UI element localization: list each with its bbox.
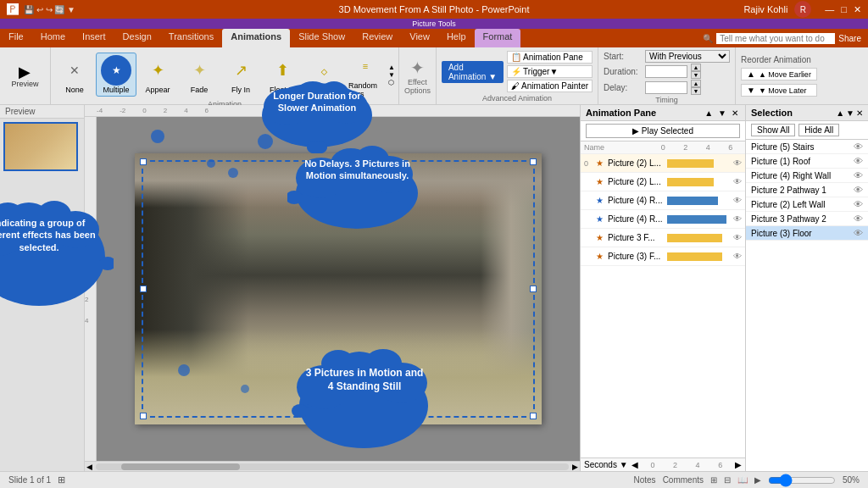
window-title: 3D Movement From A Still Photo - PowerPo… (339, 4, 530, 14)
anim-pane-icon: 📋 (511, 53, 521, 62)
seconds-label[interactable]: Seconds ▼ (584, 460, 628, 469)
delay-up[interactable]: ▲ (691, 80, 701, 87)
close-btn[interactable]: ✕ (854, 4, 861, 15)
duration-input[interactable]: 15.00 (645, 65, 687, 78)
preview-button[interactable]: ▶ Preview (8, 63, 42, 90)
tab-help[interactable]: Help (438, 29, 475, 47)
item-0-eye[interactable]: 👁 (733, 158, 742, 168)
view-slideshow[interactable]: ▶ (754, 475, 761, 485)
sel-item-roof-name: Picture (1) Roof (751, 157, 810, 166)
tab-review[interactable]: Review (353, 29, 401, 47)
anim-pane-footer: Seconds ▼ ◀ 0 2 4 6 ▶ (581, 458, 745, 471)
dot5 (178, 364, 190, 376)
anim-item-5[interactable]: ★ Picture (3) F... 👁 (581, 247, 745, 266)
tab-home[interactable]: Home (32, 29, 74, 47)
item-4-eye[interactable]: 👁 (733, 233, 742, 242)
anim-multiple[interactable]: ★ Multiple (96, 53, 136, 97)
zoom-slider[interactable] (768, 474, 836, 487)
sel-item-leftwall-eye[interactable]: 👁 (854, 199, 863, 209)
scroll-right-btn[interactable]: ▶ (572, 463, 578, 471)
selection-sort-down[interactable]: ▼ (846, 108, 854, 118)
duration-up[interactable]: ▲ (691, 64, 701, 71)
sel-item-stairs[interactable]: Picture (5) Stairs 👁 (746, 140, 868, 154)
anim-sort-down[interactable]: ▼ (716, 108, 728, 118)
zoom-level: 50% (843, 475, 860, 485)
preview-icon: ▶ (19, 64, 31, 80)
anim-item-4[interactable]: ★ Picture 3 F... 👁 (581, 229, 745, 247)
sel-item-stairs-eye[interactable]: 👁 (854, 141, 863, 152)
sel-item-pathway2[interactable]: Picture 3 Pathway 2 👁 (746, 212, 868, 226)
delay-down[interactable]: ▼ (691, 87, 701, 95)
share-button[interactable]: Share (838, 34, 861, 43)
trigger-button[interactable]: ⚡ Trigger▼ (507, 65, 593, 78)
scrollbar-thumb[interactable] (121, 463, 240, 470)
selection-close[interactable]: ✕ (856, 108, 863, 118)
anim-painter-button[interactable]: 🖌 Animation Painter (507, 80, 593, 92)
tab-insert[interactable]: Insert (74, 29, 114, 47)
anim-sort-up[interactable]: ▲ (703, 108, 715, 118)
sel-item-rightwall-eye[interactable]: 👁 (854, 170, 863, 180)
scroll-up[interactable]: ▲ (388, 64, 395, 71)
play-selected-button[interactable]: ▶ Play Selected (586, 124, 740, 138)
view-normal[interactable]: ⊞ (710, 475, 717, 485)
painter-icon: 🖌 (511, 81, 520, 91)
sel-item-rightwall[interactable]: Picture (4) Right Wall 👁 (746, 169, 868, 183)
view-reading[interactable]: 📖 (737, 475, 748, 485)
tab-design[interactable]: Design (114, 29, 160, 47)
sel-item-roof[interactable]: Picture (1) Roof 👁 (746, 154, 868, 169)
scroll-left-btn[interactable]: ◀ (86, 463, 92, 471)
sel-item-leftwall[interactable]: Picture (2) Left Wall 👁 (746, 197, 868, 212)
scroll-down[interactable]: ▼ (388, 71, 395, 79)
sel-item-pathway1-eye[interactable]: 👁 (854, 185, 863, 195)
fit-page-icon[interactable]: ⊞ (58, 474, 65, 485)
item-3-eye[interactable]: 👁 (733, 214, 742, 224)
sel-item-pathway1[interactable]: Picture 2 Pathway 1 👁 (746, 183, 868, 197)
sel-item-floor[interactable]: Picture (3) Floor 👁 (746, 226, 868, 241)
anim-item-0[interactable]: 0 ★ Picture (2) L... 👁 (581, 154, 745, 173)
trigger-painter-group: 📋 Animation Pane ⚡ Trigger▼ 🖌 Animation … (507, 51, 593, 92)
selection-sort-up[interactable]: ▲ (836, 108, 844, 118)
tab-view[interactable]: View (401, 29, 438, 47)
move-earlier-button[interactable]: ▲ ▲ Move Earlier (741, 68, 817, 80)
scroll-expand[interactable]: ⬡ (388, 79, 395, 86)
anim-none[interactable]: ✕ None (54, 53, 95, 96)
anim-pane-close[interactable]: ✕ (730, 108, 740, 118)
search-input[interactable] (716, 33, 835, 44)
item-0-bar (667, 159, 714, 168)
item-1-eye[interactable]: 👁 (733, 177, 742, 186)
sel-item-pathway2-name: Picture 3 Pathway 2 (751, 214, 826, 224)
anim-item-3[interactable]: ★ Picture (4) R... 👁 (581, 210, 745, 229)
slide-thumbnail[interactable] (3, 122, 78, 171)
duration-down[interactable]: ▼ (691, 71, 701, 79)
scrollbar-track[interactable] (96, 463, 569, 470)
anim-appear[interactable]: ✦ Appear (137, 53, 178, 96)
tab-animations[interactable]: Animations (222, 29, 290, 47)
anim-item-1[interactable]: ★ Picture (2) L... 👁 (581, 173, 745, 191)
move-later-button[interactable]: ▼ ▼ Move Later (741, 84, 817, 97)
item-2-eye[interactable]: 👁 (733, 196, 742, 205)
maximize-btn[interactable]: □ (841, 4, 847, 14)
minimize-btn[interactable]: — (825, 4, 834, 14)
slide-thumb-container[interactable]: 1 (3, 122, 81, 171)
sel-item-pathway2-eye[interactable]: 👁 (854, 214, 863, 224)
item-5-eye[interactable]: 👁 (733, 252, 742, 261)
comments-button[interactable]: Comments (663, 475, 704, 485)
view-slide-sorter[interactable]: ⊟ (724, 475, 731, 485)
tab-file[interactable]: File (0, 29, 32, 47)
horizontal-scrollbar[interactable]: ◀ ▶ (85, 461, 580, 471)
start-dropdown[interactable]: With Previous On Click After Previous (645, 50, 730, 63)
hide-all-button[interactable]: Hide All (798, 124, 839, 136)
anim-item-2[interactable]: ★ Picture (4) R... 👁 (581, 191, 745, 210)
animation-pane-button[interactable]: 📋 Animation Pane (507, 51, 593, 64)
notes-button[interactable]: Notes (634, 475, 656, 485)
add-animation-button[interactable]: Add Animation ▼ (442, 61, 504, 83)
tab-format[interactable]: Format (475, 29, 521, 47)
item-5-name: Picture (3) F... (608, 252, 667, 261)
delay-input[interactable]: 00.00 (645, 81, 687, 94)
show-all-button[interactable]: Show All (751, 124, 795, 136)
sel-item-roof-eye[interactable]: 👁 (854, 156, 863, 166)
sel-item-floor-eye[interactable]: 👁 (854, 228, 863, 238)
tab-transitions[interactable]: Transitions (160, 29, 222, 47)
anim-fade[interactable]: ✦ Fade (179, 53, 220, 96)
tab-slideshow[interactable]: Slide Show (290, 29, 353, 47)
